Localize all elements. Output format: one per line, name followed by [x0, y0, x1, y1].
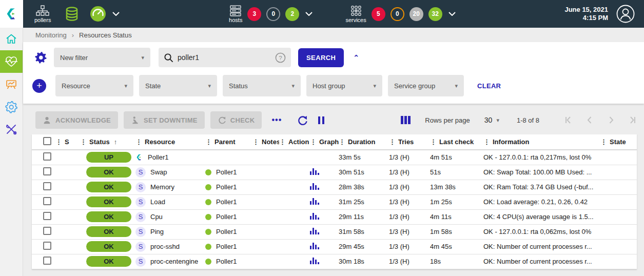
columns-icon[interactable] [401, 116, 412, 124]
table-row[interactable]: OK S proc-centengine Poller1 [32, 254, 637, 269]
column-header-last-check[interactable]: ⋮Last check [430, 134, 483, 150]
graph-icon[interactable] [310, 213, 319, 220]
resource-name[interactable]: proc-centengine [150, 258, 198, 265]
check-button[interactable]: CHECK [210, 111, 262, 129]
filter-gear-icon[interactable] [32, 51, 50, 64]
breadcrumb-section[interactable]: Monitoring [35, 31, 67, 39]
hosts-down-badge[interactable]: 3 [247, 7, 261, 21]
rows-per-page-select[interactable]: 30 ▾ [484, 116, 499, 124]
graph-icon[interactable] [310, 198, 319, 205]
column-header-notes[interactable]: ⋮Notes [252, 134, 279, 150]
row-checkbox[interactable] [43, 197, 51, 205]
services-menu[interactable]: services [345, 5, 366, 23]
search-input[interactable] [178, 53, 275, 62]
row-checkbox[interactable] [43, 212, 51, 220]
services-unknown-badge[interactable]: 20 [409, 7, 423, 21]
filter-criteria-resource[interactable]: Resource ▾ [55, 75, 133, 96]
column-header-resource[interactable]: ⋮Resource [135, 134, 205, 150]
column-header-graph[interactable]: ⋮Graph [310, 134, 339, 150]
database-icon[interactable] [64, 6, 80, 22]
resource-name[interactable]: Ping [150, 228, 164, 235]
drag-handle-icon[interactable]: ⋮ [279, 138, 286, 146]
filter-criteria-status[interactable]: Status ▾ [223, 75, 301, 96]
collapse-filters-chevron-up-icon[interactable]: ⌃ [353, 53, 359, 62]
table-row[interactable]: UP S Poller1 33m 5s 1/ [32, 150, 637, 165]
hosts-up-badge[interactable]: 2 [285, 7, 299, 21]
sidebar-item-reporting[interactable] [0, 73, 23, 95]
row-checkbox[interactable] [43, 257, 51, 265]
sidebar-item-configuration[interactable] [0, 95, 23, 118]
centreon-logo[interactable] [0, 0, 23, 28]
drag-handle-icon[interactable]: ⋮ [205, 138, 212, 146]
row-checkbox[interactable] [43, 167, 51, 175]
filter-criteria-state[interactable]: State ▾ [139, 75, 217, 96]
drag-handle-icon[interactable]: ⋮ [339, 138, 345, 146]
table-row[interactable]: OK S Ping Poller1 31m 58s [32, 224, 637, 239]
pause-icon[interactable] [318, 116, 326, 124]
drag-handle-icon[interactable]: ⋮ [430, 138, 437, 146]
hosts-chevron-down-icon[interactable] [305, 12, 313, 16]
table-row[interactable]: OK S Swap Poller1 30m 51s [32, 165, 637, 180]
sidebar-item-administration[interactable] [0, 118, 23, 141]
parent-name[interactable]: Poller1 [216, 213, 237, 221]
resource-name[interactable]: Cpu [150, 213, 163, 221]
drag-handle-icon[interactable]: ⋮ [135, 138, 142, 146]
services-warning-badge[interactable]: 0 [391, 7, 404, 21]
resource-name[interactable]: Poller1 [148, 153, 168, 161]
resource-name[interactable]: Memory [150, 183, 174, 191]
table-row[interactable]: OK S Load Poller1 31m 25s [32, 194, 637, 209]
column-header-state[interactable]: ⋮State [600, 134, 637, 150]
column-header-duration[interactable]: ⋮Duration [339, 134, 389, 150]
set-downtime-button[interactable]: SET DOWNTIME [124, 111, 205, 129]
column-header-s[interactable]: ⋮S [55, 134, 80, 150]
graph-icon[interactable] [310, 183, 319, 190]
acknowledge-button[interactable]: ACKNOWLEDGE [35, 111, 118, 129]
column-header-information[interactable]: ⋮Information [483, 134, 600, 150]
parent-name[interactable]: Poller1 [216, 168, 237, 176]
graph-icon[interactable] [310, 243, 319, 249]
user-avatar-icon[interactable] [616, 5, 635, 23]
filter-criteria-host-group[interactable]: Host group ▾ [306, 75, 382, 96]
drag-handle-icon[interactable]: ⋮ [252, 138, 259, 146]
add-criteria-plus-icon[interactable]: + [32, 79, 46, 93]
search-button[interactable]: SEARCH [298, 48, 344, 67]
row-checkbox[interactable] [43, 227, 51, 235]
services-chevron-down-icon[interactable] [448, 12, 456, 16]
column-header-action[interactable]: ⋮Action [279, 134, 310, 150]
drag-handle-icon[interactable]: ⋮ [600, 138, 607, 146]
parent-name[interactable]: Poller1 [216, 228, 237, 235]
parent-name[interactable]: Poller1 [216, 258, 237, 265]
services-ok-badge[interactable]: 32 [428, 7, 442, 21]
drag-handle-icon[interactable]: ⋮ [310, 138, 317, 146]
row-checkbox[interactable] [43, 242, 51, 250]
row-checkbox[interactable] [43, 182, 51, 190]
prev-page-icon[interactable] [586, 116, 594, 124]
resource-name[interactable]: proc-sshd [150, 243, 180, 250]
table-row[interactable]: OK S proc-sshd Poller1 29m [32, 239, 637, 254]
graph-icon[interactable] [310, 168, 319, 175]
refresh-icon[interactable] [297, 115, 308, 126]
graph-icon[interactable] [310, 228, 319, 234]
column-header-tries[interactable]: ⋮Tries [389, 134, 430, 150]
table-row[interactable]: OK S Memory Poller1 28m 38s [32, 180, 637, 194]
parent-name[interactable]: Poller1 [216, 183, 237, 191]
table-row[interactable]: OK S Cpu Poller1 29m 11s [32, 209, 637, 224]
graph-icon[interactable] [310, 258, 319, 264]
clear-filters-button[interactable]: CLEAR [477, 82, 501, 90]
pollers-menu[interactable]: pollers [34, 5, 51, 23]
row-checkbox[interactable] [43, 152, 51, 161]
gauge-icon[interactable] [90, 6, 106, 22]
column-header-status[interactable]: ⋮Status↑ [80, 134, 135, 150]
parent-name[interactable]: Poller1 [216, 243, 237, 250]
sidebar-item-home[interactable] [0, 28, 23, 50]
drag-handle-icon[interactable]: ⋮ [389, 138, 396, 146]
drag-handle-icon[interactable]: ⋮ [80, 138, 87, 146]
select-all-checkbox[interactable] [43, 137, 51, 145]
sidebar-item-monitoring[interactable] [0, 50, 23, 73]
hosts-menu[interactable]: hosts [229, 5, 242, 23]
parent-name[interactable]: Poller1 [216, 198, 237, 206]
drag-handle-icon[interactable]: ⋮ [55, 138, 62, 146]
column-header-parent[interactable]: ⋮Parent [205, 134, 252, 150]
filter-criteria-service-group[interactable]: Service group ▾ [388, 75, 464, 96]
last-page-icon[interactable] [629, 116, 637, 124]
